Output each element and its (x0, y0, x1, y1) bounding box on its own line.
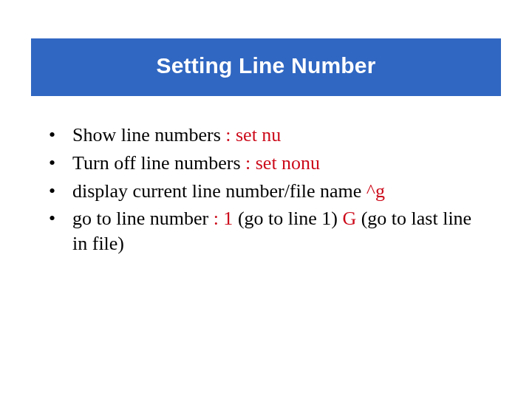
bullet-list: Show line numbers : set nu Turn off line… (44, 123, 488, 256)
command-text: : 1 (214, 208, 233, 229)
bullet-text: (go to line 1) (233, 208, 342, 229)
command-text: ^g (366, 180, 385, 202)
list-item: Turn off line numbers : set nonu (68, 151, 488, 176)
slide-title: Setting Line Number (38, 53, 494, 78)
list-item: display current line number/file name ^g (68, 179, 488, 204)
command-text: : set nonu (245, 152, 320, 174)
bullet-text: display current line number/file name (72, 180, 366, 202)
slide: Setting Line Number Show line numbers : … (0, 38, 532, 399)
slide-body: Show line numbers : set nu Turn off line… (44, 123, 488, 256)
command-text: : set nu (225, 124, 281, 146)
list-item: Show line numbers : set nu (68, 123, 488, 148)
command-text: G (342, 208, 356, 229)
list-item: go to line number : 1 (go to line 1) G (… (68, 206, 488, 256)
bullet-text: Turn off line numbers (72, 152, 245, 174)
bullet-text: go to line number (72, 208, 214, 229)
title-bar: Setting Line Number (31, 38, 501, 96)
bullet-text: Show line numbers (72, 124, 225, 146)
